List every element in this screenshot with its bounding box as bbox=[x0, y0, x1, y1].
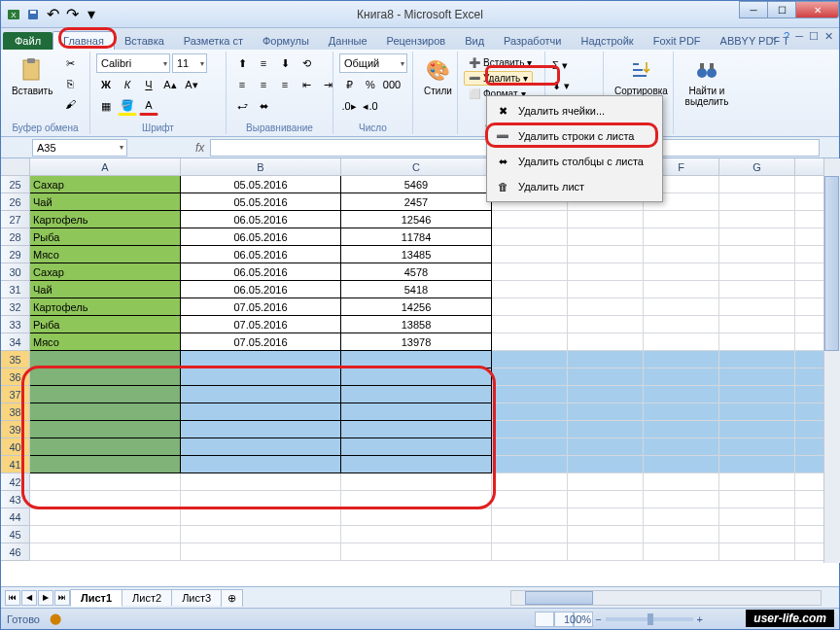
cell[interactable] bbox=[30, 473, 181, 491]
qat-more-icon[interactable]: ▾ bbox=[83, 6, 100, 23]
cell[interactable] bbox=[719, 246, 795, 263]
cell[interactable] bbox=[341, 351, 492, 368]
cell[interactable] bbox=[644, 246, 719, 263]
sort-filter-button[interactable]: Сортировка bbox=[610, 53, 673, 99]
cell[interactable] bbox=[719, 526, 795, 543]
cell[interactable] bbox=[644, 438, 719, 456]
minimize-ribbon-icon[interactable]: ⌵ bbox=[771, 30, 778, 43]
tab-nav-last[interactable]: ⏭ bbox=[54, 590, 70, 606]
cell[interactable] bbox=[644, 456, 719, 473]
row-header-29[interactable]: 29 bbox=[1, 246, 30, 263]
cell[interactable] bbox=[181, 508, 341, 526]
format-painter-icon[interactable]: 🖌 bbox=[60, 94, 80, 114]
row-header-38[interactable]: 38 bbox=[1, 403, 30, 421]
cell[interactable] bbox=[719, 281, 795, 298]
row-header-36[interactable]: 36 bbox=[1, 368, 30, 386]
cell[interactable] bbox=[30, 526, 181, 543]
view-normal-button[interactable] bbox=[535, 612, 554, 627]
cell[interactable] bbox=[492, 526, 568, 543]
paste-button[interactable]: Вставить bbox=[7, 53, 57, 99]
cell[interactable]: 07.05.2016 bbox=[181, 333, 341, 351]
cell[interactable] bbox=[341, 508, 492, 526]
row-header-40[interactable]: 40 bbox=[1, 438, 30, 456]
vertical-scrollbar[interactable] bbox=[823, 158, 840, 563]
cell[interactable]: 06.05.2016 bbox=[181, 211, 341, 228]
cell[interactable] bbox=[30, 386, 181, 403]
bold-button[interactable]: Ж bbox=[96, 75, 116, 94]
fx-icon[interactable]: fx bbox=[195, 141, 204, 155]
cell[interactable] bbox=[568, 386, 644, 403]
cell[interactable] bbox=[719, 508, 795, 526]
align-center-icon[interactable]: ≡ bbox=[254, 75, 273, 94]
cell[interactable] bbox=[341, 543, 492, 561]
cell[interactable] bbox=[719, 211, 795, 228]
tab-view[interactable]: Вид bbox=[455, 32, 494, 50]
tab-nav-prev[interactable]: ◀ bbox=[21, 590, 37, 606]
cell[interactable]: Чай bbox=[30, 193, 181, 211]
zoom-out-button[interactable]: − bbox=[595, 613, 601, 625]
cell[interactable] bbox=[719, 438, 795, 456]
cell[interactable] bbox=[719, 491, 795, 508]
cell[interactable] bbox=[719, 473, 795, 491]
cell[interactable] bbox=[568, 403, 644, 421]
delete-sheet-item[interactable]: 🗑Удалить лист bbox=[489, 174, 660, 199]
cell[interactable] bbox=[644, 211, 719, 228]
cell[interactable]: 06.05.2016 bbox=[181, 263, 341, 281]
cell[interactable] bbox=[719, 543, 795, 561]
horizontal-scrollbar[interactable] bbox=[510, 590, 822, 606]
cell[interactable] bbox=[568, 456, 644, 473]
cell[interactable] bbox=[644, 403, 719, 421]
cell[interactable] bbox=[568, 368, 644, 386]
cell[interactable] bbox=[30, 543, 181, 561]
cell[interactable]: 06.05.2016 bbox=[181, 228, 341, 246]
cell[interactable] bbox=[30, 368, 181, 386]
cell[interactable] bbox=[644, 228, 719, 246]
tab-nav-first[interactable]: ⏮ bbox=[5, 590, 20, 606]
cell[interactable] bbox=[181, 351, 341, 368]
decimal-dec-icon[interactable]: ◂.0 bbox=[361, 96, 380, 116]
cell[interactable] bbox=[181, 368, 341, 386]
copy-icon[interactable]: ⎘ bbox=[60, 74, 80, 93]
align-bottom-icon[interactable]: ⬇ bbox=[275, 53, 295, 73]
cell[interactable]: 05.05.2016 bbox=[181, 193, 341, 211]
cell[interactable]: Сахар bbox=[30, 263, 181, 281]
row-header-33[interactable]: 33 bbox=[1, 316, 30, 333]
cell[interactable]: 12546 bbox=[341, 211, 492, 228]
cell[interactable] bbox=[492, 211, 568, 228]
cell[interactable] bbox=[341, 473, 492, 491]
cell[interactable]: Картофель bbox=[30, 211, 181, 228]
row-header-35[interactable]: 35 bbox=[1, 351, 30, 368]
percent-icon[interactable]: % bbox=[361, 75, 380, 94]
row-header-25[interactable]: 25 bbox=[1, 176, 30, 193]
cell[interactable] bbox=[341, 491, 492, 508]
new-sheet-button[interactable]: ⊕ bbox=[221, 589, 243, 607]
cell[interactable] bbox=[719, 176, 795, 193]
row-header-37[interactable]: 37 bbox=[1, 386, 30, 403]
font-shrink-icon[interactable]: A▾ bbox=[182, 75, 201, 94]
font-name-combo[interactable]: Calibri bbox=[96, 53, 170, 73]
cell[interactable] bbox=[181, 421, 341, 438]
cell[interactable]: 5418 bbox=[341, 281, 492, 298]
cell[interactable] bbox=[181, 386, 341, 403]
cell[interactable] bbox=[568, 543, 644, 561]
cell[interactable] bbox=[719, 316, 795, 333]
font-grow-icon[interactable]: A▴ bbox=[160, 75, 180, 94]
doc-minimize-icon[interactable]: ─ bbox=[795, 30, 803, 43]
cell[interactable] bbox=[181, 403, 341, 421]
cell[interactable] bbox=[341, 456, 492, 473]
cell[interactable]: 07.05.2016 bbox=[181, 316, 341, 333]
cell[interactable] bbox=[30, 508, 181, 526]
row-header-34[interactable]: 34 bbox=[1, 333, 30, 351]
font-color-icon[interactable]: A bbox=[139, 96, 158, 116]
excel-icon[interactable]: X bbox=[5, 6, 22, 23]
cell[interactable]: Мясо bbox=[30, 246, 181, 263]
cell[interactable] bbox=[492, 386, 568, 403]
cell[interactable] bbox=[719, 263, 795, 281]
cell[interactable] bbox=[492, 473, 568, 491]
cell[interactable] bbox=[568, 298, 644, 316]
cell[interactable] bbox=[30, 456, 181, 473]
tab-review[interactable]: Рецензиров bbox=[377, 32, 456, 50]
cell[interactable] bbox=[568, 526, 644, 543]
cell[interactable] bbox=[181, 456, 341, 473]
cell[interactable] bbox=[644, 386, 719, 403]
